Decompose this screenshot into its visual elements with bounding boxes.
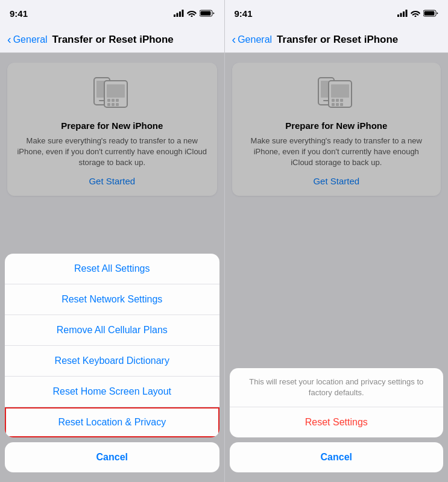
svg-rect-20 (406, 10, 408, 17)
battery-icon-right (423, 10, 438, 17)
reset-location-privacy-item[interactable]: Reset Location & Privacy (5, 407, 219, 437)
signal-icon-right (397, 10, 408, 17)
status-icons-left (174, 10, 215, 17)
svg-rect-22 (424, 11, 435, 16)
reset-home-screen-layout-item[interactable]: Reset Home Screen Layout (5, 377, 219, 407)
reset-settings-button[interactable]: Reset Settings (230, 407, 444, 437)
svg-rect-0 (174, 14, 175, 17)
status-bar-right: 9:41 (225, 0, 449, 27)
chevron-left-icon-right: ‹ (232, 33, 236, 45)
chevron-left-icon: ‹ (7, 33, 11, 45)
nav-bar-left: ‹ General Transfer or Reset iPhone (0, 27, 224, 53)
back-label-left: General (13, 34, 48, 45)
action-sheet-left: Reset All Settings Reset Network Setting… (0, 254, 224, 482)
svg-rect-2 (179, 11, 181, 17)
page-title-left: Transfer or Reset iPhone (52, 34, 174, 46)
reset-network-settings-item[interactable]: Reset Network Settings (5, 284, 219, 315)
time-left: 9:41 (10, 8, 28, 19)
right-phone-panel: 9:41 ‹ General Transfe (224, 0, 449, 482)
page-title-right: Transfer or Reset iPhone (277, 34, 398, 46)
confirm-sheet-right: This will reset your location and privac… (225, 368, 449, 482)
cancel-button-right[interactable]: Cancel (230, 442, 444, 472)
back-label-right: General (238, 34, 272, 45)
confirm-description: This will reset your location and privac… (230, 368, 444, 407)
status-icons-right (397, 10, 438, 17)
svg-rect-18 (400, 13, 402, 17)
cancel-group-right: Cancel (230, 442, 444, 472)
page-content-left: Prepare for New iPhone Make sure everyth… (0, 53, 224, 482)
signal-icon (174, 10, 184, 17)
status-bar-left: 9:41 (0, 0, 224, 27)
remove-cellular-plans-item[interactable]: Remove All Cellular Plans (5, 315, 219, 346)
wifi-icon-right (411, 10, 420, 17)
action-sheet-group: Reset All Settings Reset Network Setting… (5, 254, 219, 437)
left-phone-panel: 9:41 ‹ Gen (0, 0, 224, 482)
battery-icon (200, 10, 215, 17)
wifi-icon (187, 10, 197, 17)
nav-bar-right: ‹ General Transfer or Reset iPhone (225, 27, 449, 53)
cancel-group-left: Cancel (5, 442, 219, 472)
time-right: 9:41 (235, 8, 253, 19)
back-button-right[interactable]: ‹ General (232, 34, 273, 45)
svg-rect-17 (397, 14, 399, 17)
cancel-button-left[interactable]: Cancel (5, 442, 219, 472)
back-button-left[interactable]: ‹ General (7, 34, 48, 45)
svg-rect-1 (176, 13, 178, 17)
svg-rect-5 (200, 11, 210, 16)
reset-keyboard-dictionary-item[interactable]: Reset Keyboard Dictionary (5, 346, 219, 377)
reset-all-settings-item[interactable]: Reset All Settings (5, 254, 219, 284)
svg-rect-3 (181, 10, 183, 17)
page-content-right: Prepare for New iPhone Make sure everyth… (225, 53, 449, 482)
svg-rect-19 (403, 11, 405, 17)
confirm-group-right: This will reset your location and privac… (230, 368, 444, 437)
